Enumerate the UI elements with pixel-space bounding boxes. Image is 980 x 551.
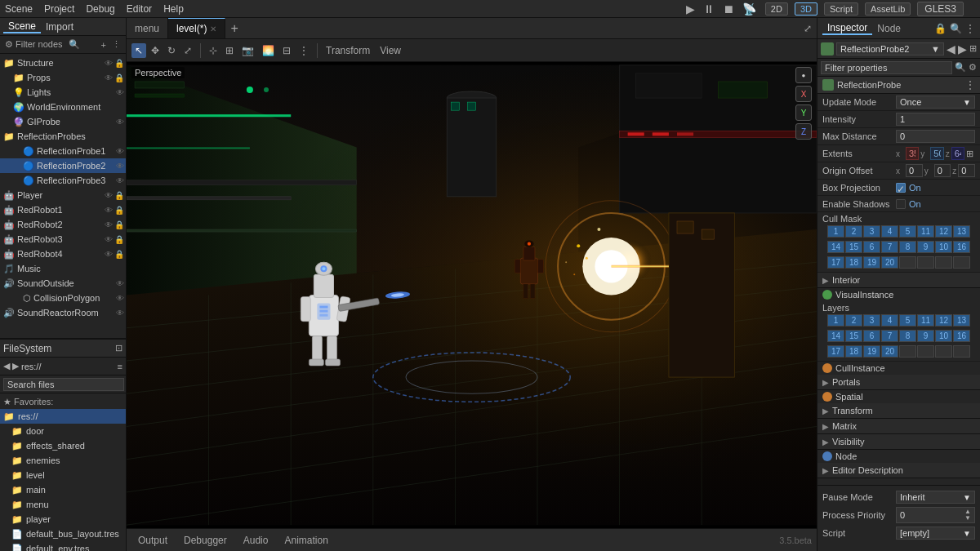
eye-icon[interactable]: 👁	[116, 118, 124, 127]
pause-mode-select[interactable]: Inherit ▼	[896, 491, 975, 504]
cull-mask-7[interactable]: 7	[881, 241, 898, 253]
cull-mask-1[interactable]: 1	[827, 225, 844, 238]
eye-icon[interactable]: 👁	[116, 88, 124, 97]
layer-17[interactable]: 17	[827, 345, 844, 358]
lock-icon[interactable]: 🔒	[114, 59, 124, 68]
tree-item-structure[interactable]: 📁 Structure 👁 🔒	[0, 56, 126, 70]
layer-10[interactable]: 10	[935, 330, 952, 342]
eye-icon[interactable]: 👁	[116, 279, 124, 288]
cull-mask-19[interactable]: 19	[863, 256, 880, 269]
tab-scene[interactable]: Scene	[3, 20, 41, 33]
fs-collapse-button[interactable]: ≡	[118, 362, 122, 371]
eye-icon[interactable]: 👁	[105, 206, 113, 215]
filter-nodes-button[interactable]: ⚙ Filter nodes	[3, 38, 65, 51]
tab-inspector[interactable]: Inspector	[822, 22, 872, 35]
lock-icon[interactable]: 🔒	[114, 191, 124, 200]
menu-help[interactable]: Help	[163, 3, 184, 15]
vc-z-axis[interactable]: Z	[795, 123, 812, 140]
cull-mask-13[interactable]: 13	[953, 225, 970, 238]
enable-shadows-checkbox[interactable]	[896, 199, 906, 209]
tree-item-reflectionprobe1[interactable]: 🔵 ReflectionProbe1 👁	[0, 144, 126, 158]
eye-icon[interactable]: 👁	[116, 162, 124, 171]
cull-mask-20[interactable]: 20	[881, 256, 898, 269]
cull-mask-10[interactable]: 10	[935, 241, 952, 253]
lock-icon[interactable]: 🔒	[114, 250, 124, 259]
layer-18[interactable]: 18	[845, 345, 862, 358]
cull-mask-14[interactable]: 14	[827, 241, 844, 253]
layer-11[interactable]: 11	[917, 314, 934, 327]
eye-icon[interactable]: 👁	[105, 59, 113, 68]
fs-item-enemies[interactable]: 📁 enemies	[0, 453, 126, 468]
inspector-object-button[interactable]: ⊞	[969, 43, 977, 54]
cull-mask-16[interactable]: 16	[953, 241, 970, 253]
cull-mask-e2[interactable]	[917, 256, 934, 269]
cull-mask-4[interactable]: 4	[881, 225, 898, 238]
section-interior[interactable]: ▶ Interior	[817, 273, 980, 288]
menu-editor[interactable]: Editor	[127, 3, 152, 15]
extents-more-button[interactable]: ⊞	[964, 149, 975, 159]
lock-icon[interactable]: 🔒	[114, 73, 124, 82]
local-space-button[interactable]: ⊹	[206, 43, 220, 58]
lock-icon[interactable]: 🔒	[114, 206, 124, 215]
tab-animation[interactable]: Animation	[278, 533, 334, 548]
fs-item-main[interactable]: 📁 main	[0, 482, 126, 497]
cull-mask-12[interactable]: 12	[935, 225, 952, 238]
tab-level[interactable]: level(*) ✕	[168, 18, 225, 38]
tree-item-reflectionprobe3[interactable]: 🔵 ReflectionProbe3 👁	[0, 173, 126, 188]
tab-menu[interactable]: menu	[127, 18, 168, 38]
filter-properties-input[interactable]	[821, 61, 952, 74]
script-select[interactable]: [empty] ▼	[896, 527, 975, 540]
section-transform[interactable]: ▶ Transform	[817, 403, 980, 419]
eye-icon[interactable]: 👁	[116, 147, 124, 156]
tree-item-redrobot1[interactable]: 🤖 RedRobot1 👁 🔒	[0, 202, 126, 217]
search-scene-button[interactable]: 🔍	[67, 38, 82, 51]
lock-icon[interactable]: 🔒	[114, 235, 124, 244]
fs-item-player[interactable]: 📁 player	[0, 512, 126, 527]
eye-icon[interactable]: 👁	[105, 235, 113, 244]
tab-audio[interactable]: Audio	[237, 533, 275, 548]
cull-mask-8[interactable]: 8	[899, 241, 916, 253]
add-node-button[interactable]: +	[100, 39, 108, 51]
filter-options-button[interactable]: ⚙	[969, 62, 977, 73]
grid-button[interactable]: ⊟	[279, 43, 294, 58]
layer-19[interactable]: 19	[863, 345, 880, 358]
cull-mask-6[interactable]: 6	[863, 241, 880, 253]
update-mode-select[interactable]: Once ▼	[896, 96, 975, 109]
box-projection-checkbox[interactable]: ✓	[896, 183, 906, 193]
scale-tool-button[interactable]: ⤢	[180, 43, 195, 58]
layer-e3[interactable]	[935, 345, 952, 358]
maximize-viewport-button[interactable]: ⤢	[799, 23, 817, 34]
tab-node[interactable]: Node	[872, 23, 906, 34]
layer-12[interactable]: 12	[935, 314, 952, 327]
tab-import[interactable]: Import	[41, 21, 78, 33]
cull-mask-e3[interactable]	[935, 256, 952, 269]
tree-item-music[interactable]: 🎵 Music	[0, 261, 126, 276]
enable-shadows-toggle[interactable]: On	[896, 199, 921, 209]
vc-y-axis[interactable]: Y	[795, 104, 812, 121]
mode-2d[interactable]: 2D	[765, 2, 788, 16]
cull-mask-17[interactable]: 17	[827, 256, 844, 269]
vc-x-axis[interactable]: X	[795, 86, 812, 102]
layer-7[interactable]: 7	[881, 330, 898, 342]
extents-z-input[interactable]	[951, 147, 964, 160]
layer-2[interactable]: 2	[845, 314, 862, 327]
tab-output[interactable]: Output	[131, 533, 174, 548]
transform-button[interactable]: Transform	[323, 43, 373, 58]
play-button[interactable]: ▶	[684, 2, 697, 16]
env-button[interactable]: 🌅	[259, 43, 278, 58]
menu-debug[interactable]: Debug	[86, 3, 114, 15]
cull-mask-18[interactable]: 18	[845, 256, 862, 269]
tree-item-giprobe[interactable]: 🔮 GIProbe 👁	[0, 114, 126, 129]
cull-mask-2[interactable]: 2	[845, 225, 862, 238]
tree-item-redrobot3[interactable]: 🤖 RedRobot3 👁 🔒	[0, 232, 126, 247]
eye-icon[interactable]: 👁	[105, 250, 113, 259]
eye-icon[interactable]: 👁	[105, 73, 113, 82]
max-distance-input[interactable]	[896, 130, 975, 143]
tree-item-redrobot4[interactable]: 🤖 RedRobot4 👁 🔒	[0, 247, 126, 261]
section-portals[interactable]: ▶ Portals	[817, 375, 980, 390]
more-options-button[interactable]: ⋮	[110, 38, 122, 51]
layer-9[interactable]: 9	[917, 330, 934, 342]
layer-e4[interactable]	[953, 345, 970, 358]
box-projection-toggle[interactable]: ✓ On	[896, 183, 921, 193]
eye-icon[interactable]: 👁	[116, 309, 124, 318]
